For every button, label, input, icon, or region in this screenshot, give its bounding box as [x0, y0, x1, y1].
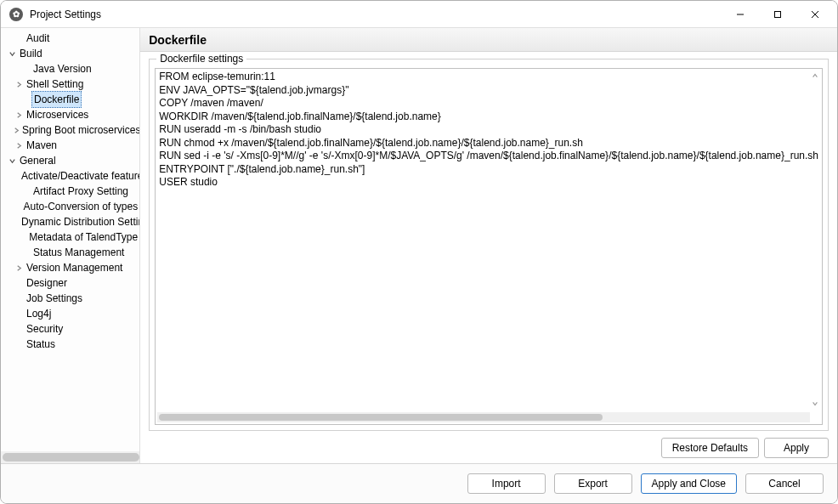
svg-rect-1 [775, 11, 781, 17]
textarea-vscroll[interactable] [810, 71, 820, 409]
dockerfile-content[interactable]: FROM eclipse-temurin:11 ENV JAVA_OPTS="$… [156, 69, 822, 191]
tree-item-version-mgmt[interactable]: Version Management [1, 260, 139, 275]
chevron-right-icon [13, 142, 25, 150]
tree-item-auto-conversion[interactable]: Auto-Conversion of types [1, 199, 139, 214]
chevron-right-icon [13, 127, 20, 134]
chevron-right-icon [13, 111, 25, 119]
page-title: Dockerfile [140, 28, 837, 52]
tree-item-activate[interactable]: Activate/Deactivate features [1, 168, 139, 184]
chevron-down-icon [6, 50, 18, 58]
tree-item-dynamic-dist[interactable]: Dynamic Distribution Settings [1, 214, 139, 229]
close-button[interactable] [796, 2, 834, 27]
group-legend: Dockerfile settings [156, 53, 246, 65]
main-panel: Dockerfile Dockerfile settings FROM ecli… [140, 28, 837, 463]
sidebar-scrollbar[interactable] [1, 451, 139, 463]
apply-and-close-button[interactable]: Apply and Close [641, 473, 737, 494]
tree-item-security[interactable]: Security [1, 321, 139, 337]
tree-item-artifact-proxy[interactable]: Artifact Proxy Setting [1, 184, 139, 199]
titlebar: ✿ Project Settings [1, 1, 837, 28]
tree-item-spring-boot[interactable]: Spring Boot microservices (Deprecated) [1, 122, 139, 138]
tree-item-build[interactable]: Build [1, 46, 139, 61]
tree-item-job-settings[interactable]: Job Settings [1, 291, 139, 306]
minimize-button[interactable] [722, 2, 759, 27]
sidebar: Audit Build Java Version Shell Setting D… [1, 28, 140, 463]
tree-item-status[interactable]: Status [1, 337, 139, 352]
tree-item-log4j[interactable]: Log4j [1, 306, 139, 321]
cancel-button[interactable]: Cancel [745, 473, 824, 494]
import-button[interactable]: Import [467, 473, 546, 494]
apply-button[interactable]: Apply [764, 438, 829, 458]
tree-item-dockerfile[interactable]: Dockerfile [1, 92, 139, 107]
restore-defaults-button[interactable]: Restore Defaults [661, 438, 759, 458]
tree-item-java-version[interactable]: Java Version [1, 61, 139, 76]
chevron-right-icon [13, 264, 25, 272]
tree-item-status-mgmt[interactable]: Status Management [1, 245, 139, 260]
export-button[interactable]: Export [554, 473, 632, 494]
dockerfile-textarea[interactable]: FROM eclipse-temurin:11 ENV JAVA_OPTS="$… [155, 68, 823, 425]
scroll-up-icon [810, 71, 820, 81]
dockerfile-settings-group: Dockerfile settings FROM eclipse-temurin… [149, 59, 829, 431]
tree-item-microservices[interactable]: Microservices [1, 107, 139, 122]
tree-item-shell-setting[interactable]: Shell Setting [1, 76, 139, 92]
dialog-footer: Import Export Apply and Close Cancel [1, 463, 837, 503]
tree-item-metadata[interactable]: Metadata of TalendType [1, 229, 139, 245]
chevron-down-icon [6, 157, 18, 165]
tree-item-audit[interactable]: Audit [1, 31, 139, 46]
tree-item-maven[interactable]: Maven [1, 138, 139, 153]
settings-tree: Audit Build Java Version Shell Setting D… [1, 31, 139, 352]
chevron-right-icon [13, 81, 25, 88]
scroll-down-icon [810, 399, 820, 409]
tree-item-designer[interactable]: Designer [1, 275, 139, 291]
app-icon: ✿ [9, 8, 23, 21]
textarea-hscroll[interactable] [157, 412, 810, 422]
tree-item-general[interactable]: General [1, 153, 139, 168]
maximize-button[interactable] [759, 2, 796, 27]
window-title: Project Settings [30, 8, 722, 20]
